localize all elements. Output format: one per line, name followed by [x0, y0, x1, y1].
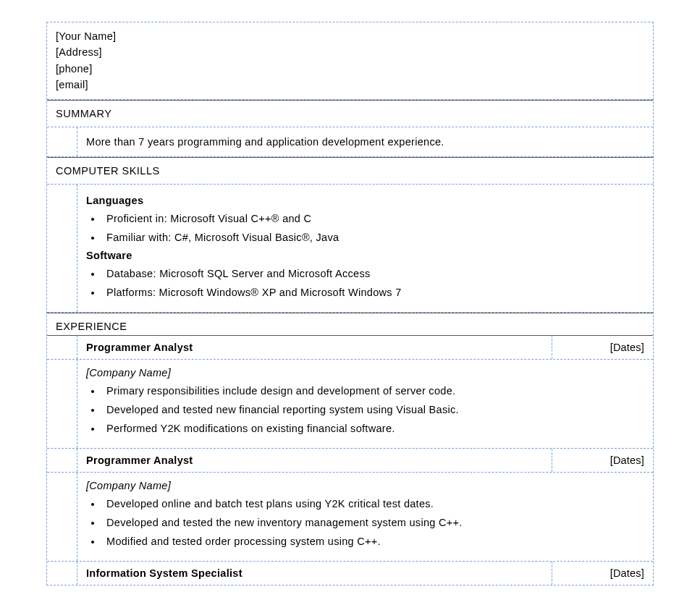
list-item: Proficient in: Microsoft Visual C++® and… — [102, 209, 644, 228]
experience-header-row: EXPERIENCE — [47, 312, 653, 336]
contact-row: [Your Name] [Address] [phone] [email] — [47, 22, 653, 99]
list-item: Modified and tested order processing sys… — [102, 532, 644, 551]
skills-content-row: Languages Proficient in: Microsoft Visua… — [47, 184, 653, 312]
job-bullets: Developed online and batch test plans us… — [86, 494, 644, 551]
summary-content-row: More than 7 years programming and applic… — [47, 127, 653, 156]
list-item: Developed and tested new financial repor… — [102, 400, 644, 419]
skills-header: COMPUTER SKILLS — [47, 157, 653, 184]
spacer — [47, 336, 77, 359]
languages-list: Proficient in: Microsoft Visual C++® and… — [86, 209, 644, 247]
languages-subhead: Languages — [86, 195, 644, 206]
job-title: Programmer Analyst — [77, 449, 552, 472]
list-item: Developed and tested the new inventory m… — [102, 513, 644, 532]
job-body-row: [Company Name] Developed online and batc… — [47, 472, 653, 561]
spacer — [47, 562, 77, 585]
spacer — [47, 473, 77, 561]
summary-header: SUMMARY — [47, 100, 653, 127]
job-title-row: Information System Specialist [Dates] — [47, 561, 653, 585]
summary-header-row: SUMMARY — [47, 99, 653, 127]
spacer — [47, 449, 77, 472]
list-item: Performed Y2K modifications on existing … — [102, 419, 644, 438]
list-item: Developed online and batch test plans us… — [102, 494, 644, 513]
contact-phone: [phone] — [56, 61, 644, 77]
list-item: Platforms: Microsoft Windows® XP and Mic… — [102, 283, 644, 302]
job-title: Programmer Analyst — [77, 336, 552, 359]
job-body-row: [Company Name] Primary responsibilities … — [47, 359, 653, 448]
spacer — [47, 185, 77, 312]
company-name: [Company Name] — [86, 367, 644, 379]
list-item: Familiar with: C#, Microsoft Visual Basi… — [102, 228, 644, 247]
list-item: Primary responsibilities include design … — [102, 381, 644, 400]
contact-email: [email] — [56, 77, 644, 93]
job-dates: [Dates] — [552, 449, 653, 472]
software-subhead: Software — [86, 250, 644, 261]
job-dates: [Dates] — [552, 562, 653, 585]
spacer — [47, 360, 77, 448]
software-list: Database: Microsoft SQL Server and Micro… — [86, 264, 644, 302]
job-dates: [Dates] — [552, 336, 653, 359]
job-title-row: Programmer Analyst [Dates] — [47, 448, 653, 472]
company-name: [Company Name] — [86, 480, 644, 491]
summary-text: More than 7 years programming and applic… — [77, 127, 653, 156]
contact-name: [Your Name] — [56, 28, 644, 44]
contact-address: [Address] — [56, 44, 644, 60]
job-title: Information System Specialist — [77, 562, 552, 585]
job-title-row: Programmer Analyst [Dates] — [47, 336, 653, 359]
resume-container: [Your Name] [Address] [phone] [email] SU… — [46, 22, 654, 585]
skills-header-row: COMPUTER SKILLS — [47, 156, 653, 184]
list-item: Database: Microsoft SQL Server and Micro… — [102, 264, 644, 283]
job-bullets: Primary responsibilities include design … — [86, 381, 644, 438]
experience-header: EXPERIENCE — [47, 313, 653, 336]
spacer — [47, 127, 77, 156]
